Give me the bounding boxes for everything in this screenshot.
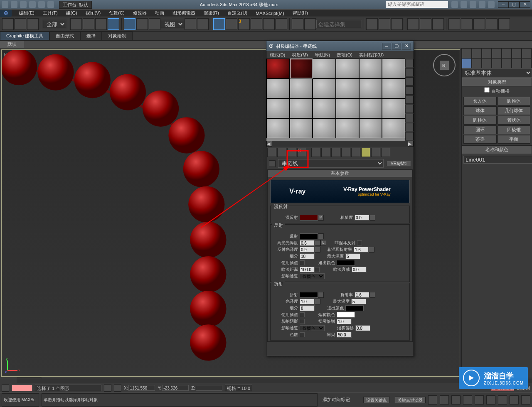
sub-geometry-icon[interactable] [462,58,472,68]
workspace-dropdown[interactable]: 工作台: 默认 [59,1,92,9]
viewport-zoom-icon[interactable] [498,395,507,405]
refl-exit-swatch[interactable] [337,260,355,266]
fresnel-checkbox[interactable] [357,240,362,245]
material-editor-icon[interactable] [432,18,444,30]
refr-gloss-map-button[interactable] [315,299,320,304]
material-editor-titlebar[interactable]: ⦿ 材质编辑器 - 串链线 – ▢ ✕ [266,41,414,51]
fresnel-ior-spinner[interactable] [354,247,369,253]
maxscript-mini-listener[interactable]: 欢迎使用 MAXSc [2,393,39,407]
options-icon[interactable] [405,114,414,122]
qat-save-icon[interactable] [20,1,27,8]
qat-undo-icon[interactable] [29,1,36,8]
tab-extra-icon[interactable] [522,48,532,58]
tab-modify-icon[interactable] [472,48,482,58]
show-map-icon[interactable] [351,148,360,157]
refr-exit-swatch[interactable] [345,305,364,311]
menu-help[interactable]: 帮助(H) [288,10,312,16]
menu-group[interactable]: 组(G) [62,10,81,16]
abc-icon[interactable] [304,18,316,30]
minimize-button[interactable]: – [498,1,509,8]
sample-slot-19[interactable] [266,118,290,138]
select-by-mat-icon[interactable] [405,123,414,131]
refr-interp-checkbox[interactable] [300,312,305,317]
roughness-spinner[interactable] [355,215,369,221]
sample-slot-6[interactable] [382,59,405,78]
sub-helpers-icon[interactable] [502,58,512,68]
move-icon[interactable] [124,18,135,30]
tab-display-icon[interactable] [502,48,512,58]
fog-color-swatch[interactable] [337,312,355,318]
menu-modifiers[interactable]: 修改器 [129,10,151,16]
close-button[interactable]: ✕ [520,1,530,8]
sample-slot-14[interactable] [290,98,313,118]
mirror-icon[interactable] [366,18,378,30]
binoculars-icon[interactable] [451,1,458,8]
snap2-icon[interactable] [251,18,262,30]
time-ruler[interactable] [17,378,532,383]
object-name-input[interactable] [463,156,532,164]
btn-plane[interactable]: 平面 [498,135,531,144]
assign-to-sel-icon[interactable] [287,148,296,157]
sample-slot-2[interactable] [290,59,313,78]
sub-cameras-icon[interactable] [492,58,502,68]
x-spinner[interactable] [128,385,155,391]
refl-subdiv-spinner[interactable] [300,253,315,259]
mat-menu-options[interactable]: 选项(O) [333,51,356,59]
sample-slot-22[interactable] [336,118,359,138]
menu-customize[interactable]: 自定义(U) [223,10,251,16]
sample-slot-9[interactable] [313,78,336,98]
star-icon[interactable] [479,1,485,8]
align-icon[interactable] [379,18,390,30]
btn-geosphere[interactable]: 几何球体 [498,106,531,115]
btn-cylinder[interactable]: 圆柱体 [463,116,497,125]
btn-box[interactable]: 长方体 [463,97,497,105]
show-end-icon[interactable] [361,148,370,157]
refl-interp-checkbox[interactable] [300,260,305,265]
sample-slot-24[interactable] [382,118,405,138]
window-crossing-icon[interactable] [108,18,119,30]
ribbon-tab-paint[interactable]: 对象绘制 [102,32,133,40]
sub-lights-icon[interactable] [482,58,492,68]
make-unique-icon[interactable] [321,148,330,157]
menu-edit[interactable]: 编辑(E) [15,10,39,16]
scroll-right-icon[interactable]: ▶ [408,141,414,147]
diffuse-color-swatch[interactable] [300,215,318,221]
sub-shapes-icon[interactable] [472,58,482,68]
refcoord-dropdown[interactable]: 视图 [161,20,184,28]
rollout-basic-params-title[interactable]: 基本参数 [268,170,412,177]
qat-new-icon[interactable] [2,1,8,8]
unlink-icon[interactable] [15,18,26,30]
time-next-icon[interactable] [463,395,472,405]
sample-slot-4[interactable] [336,59,359,78]
mat-menu-material[interactable]: 材质(M) [288,51,311,59]
fresnel-ior-map-button[interactable] [369,247,374,253]
curve-editor-icon[interactable] [407,18,419,30]
mat-maximize-button[interactable]: ▢ [392,43,401,49]
angle-snap-icon[interactable] [226,18,237,30]
background-icon[interactable] [405,77,414,86]
refl-gloss-spinner[interactable] [300,247,315,253]
sample-slot-1[interactable] [266,59,290,78]
region-rect-icon[interactable] [95,18,107,30]
put-to-lib-icon[interactable] [331,148,340,157]
selection-filter-dropdown[interactable]: 全部 [43,20,66,28]
dim-fall-spinner[interactable] [352,267,367,272]
refl-gloss-map-button[interactable] [315,247,320,253]
sample-slot-3[interactable] [313,59,336,78]
menu-animation[interactable]: 动画 [151,10,168,16]
hilight-lock-button[interactable]: L [320,240,326,246]
snap4-icon[interactable] [276,18,287,30]
btn-teapot[interactable]: 茶壶 [463,135,497,144]
sample-slot-18[interactable] [382,98,405,118]
affect-shadow-checkbox[interactable] [300,319,305,324]
mat-menu-utilities[interactable]: 实用程序(U) [356,51,387,59]
btn-pyramid[interactable]: 四棱锥 [498,125,531,134]
schematic-icon[interactable] [420,18,431,30]
sample-scrollbar[interactable]: ◀ ▶ [266,141,414,147]
bind-icon[interactable] [27,18,39,30]
snap-status-icon[interactable] [114,384,121,392]
refr-gloss-spinner[interactable] [300,299,315,304]
sample-slot-10[interactable] [336,78,359,98]
rollout-object-type[interactable]: 对象类型 [462,78,532,86]
time-goto-start-icon[interactable] [428,395,437,405]
